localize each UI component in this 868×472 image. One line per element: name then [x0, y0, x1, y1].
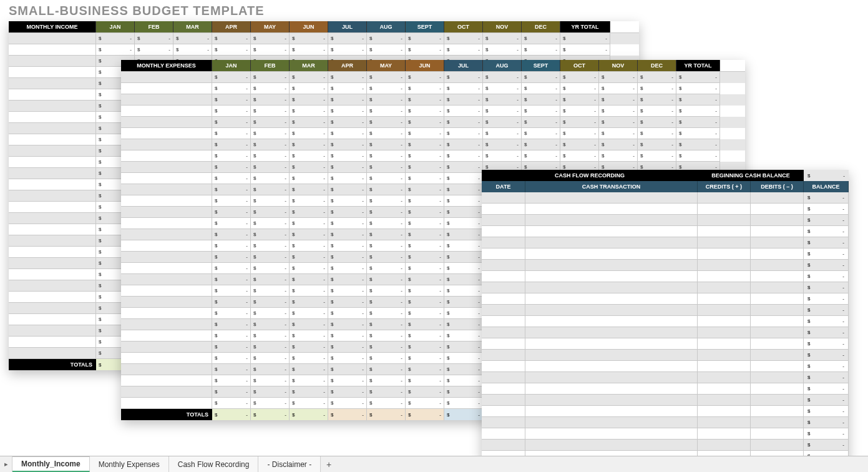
value-cell[interactable]: $-: [367, 342, 406, 353]
row-label-cell[interactable]: [9, 337, 96, 348]
row-label-cell[interactable]: [9, 179, 96, 190]
beginning-balance-value[interactable]: $-: [804, 170, 849, 181]
value-cell[interactable]: $-: [290, 319, 328, 330]
value-cell[interactable]: $-: [328, 398, 367, 409]
value-cell[interactable]: $-: [367, 386, 406, 398]
value-cell[interactable]: $-: [212, 342, 251, 353]
row-label-cell[interactable]: [9, 247, 96, 258]
value-cell[interactable]: $-: [367, 218, 406, 229]
value-cell[interactable]: $-: [251, 162, 290, 173]
row-label-cell[interactable]: [121, 72, 212, 83]
value-cell[interactable]: $-: [328, 308, 367, 319]
value-cell[interactable]: $-: [638, 128, 676, 139]
value-cell[interactable]: $-: [328, 285, 367, 297]
value-cell[interactable]: $-: [251, 274, 290, 285]
row-label-cell[interactable]: [121, 106, 212, 117]
trans-cell[interactable]: [525, 316, 698, 327]
row-label-cell[interactable]: [121, 128, 212, 139]
value-cell[interactable]: $-: [290, 33, 328, 44]
row-label-cell[interactable]: [9, 101, 96, 112]
value-cell[interactable]: $-: [638, 150, 676, 162]
value-cell[interactable]: $-: [328, 218, 367, 229]
value-cell[interactable]: $-: [328, 106, 367, 117]
value-cell[interactable]: $-: [367, 319, 406, 330]
value-cell[interactable]: $-: [328, 364, 367, 375]
value-cell[interactable]: $-: [522, 128, 560, 139]
value-cell[interactable]: $-: [251, 173, 290, 184]
tab-cash-flow[interactable]: Cash Flow Recording: [169, 456, 259, 472]
value-cell[interactable]: $-: [328, 330, 367, 342]
value-cell[interactable]: $-: [212, 128, 251, 139]
value-cell[interactable]: $-: [444, 353, 483, 364]
value-cell[interactable]: $-: [212, 308, 251, 319]
tab-monthly-income[interactable]: Monthly_Income: [12, 456, 90, 472]
value-cell[interactable]: $-: [328, 150, 367, 162]
value-cell[interactable]: $-: [290, 173, 328, 184]
row-label-cell[interactable]: [121, 375, 212, 386]
credits-cell[interactable]: [698, 417, 751, 428]
row-label-cell[interactable]: [121, 150, 212, 162]
value-cell[interactable]: $-: [328, 195, 367, 207]
value-cell[interactable]: $-: [406, 94, 444, 106]
row-label-cell[interactable]: [121, 139, 212, 150]
value-cell[interactable]: $-: [522, 150, 560, 162]
value-cell[interactable]: $-: [290, 285, 328, 297]
value-cell[interactable]: $-: [290, 252, 328, 263]
value-cell[interactable]: $-: [290, 375, 328, 386]
value-cell[interactable]: $-: [328, 83, 367, 94]
value-cell[interactable]: $-: [328, 117, 367, 128]
value-cell[interactable]: $-: [367, 398, 406, 409]
value-cell[interactable]: $-: [367, 173, 406, 184]
value-cell[interactable]: $-: [328, 252, 367, 263]
value-cell[interactable]: $-: [251, 375, 290, 386]
value-cell[interactable]: $-: [599, 117, 638, 128]
value-cell[interactable]: $-: [290, 218, 328, 229]
value-cell[interactable]: $-: [406, 240, 444, 252]
value-cell[interactable]: $-: [522, 94, 560, 106]
value-cell[interactable]: $-: [638, 106, 676, 117]
value-cell[interactable]: $-: [599, 94, 638, 106]
value-cell[interactable]: $-: [444, 139, 483, 150]
value-cell[interactable]: $-: [444, 263, 483, 274]
value-cell[interactable]: $-: [406, 364, 444, 375]
date-cell[interactable]: [482, 237, 525, 248]
value-cell[interactable]: $-: [367, 330, 406, 342]
value-cell[interactable]: $-: [290, 386, 328, 398]
value-cell[interactable]: $-: [290, 342, 328, 353]
row-label-cell[interactable]: [121, 263, 212, 274]
value-cell[interactable]: $-: [290, 263, 328, 274]
value-cell[interactable]: $-: [328, 229, 367, 240]
value-cell[interactable]: $-: [251, 94, 290, 106]
value-cell[interactable]: $-: [444, 364, 483, 375]
date-cell[interactable]: [482, 428, 525, 440]
value-cell[interactable]: $-: [212, 173, 251, 184]
value-cell[interactable]: $-: [96, 44, 135, 56]
row-label-cell[interactable]: [9, 269, 96, 280]
credits-cell[interactable]: [698, 305, 751, 316]
credits-cell[interactable]: [698, 406, 751, 417]
trans-cell[interactable]: [525, 293, 698, 305]
row-label-cell[interactable]: [9, 78, 96, 89]
value-cell[interactable]: $-: [406, 342, 444, 353]
value-cell[interactable]: $-: [444, 44, 483, 56]
credits-cell[interactable]: [698, 395, 751, 406]
value-cell[interactable]: $-: [367, 44, 406, 56]
row-label-cell[interactable]: [9, 145, 96, 157]
trans-cell[interactable]: [525, 417, 698, 428]
value-cell[interactable]: $-: [328, 173, 367, 184]
row-label-cell[interactable]: [9, 280, 96, 292]
trans-cell[interactable]: [525, 282, 698, 293]
row-label-cell[interactable]: [121, 195, 212, 207]
trans-cell[interactable]: [525, 372, 698, 383]
trans-cell[interactable]: [525, 305, 698, 316]
value-cell[interactable]: $-: [599, 72, 638, 83]
value-cell[interactable]: $-: [212, 94, 251, 106]
value-cell[interactable]: $-: [212, 162, 251, 173]
value-cell[interactable]: $-: [367, 139, 406, 150]
value-cell[interactable]: $-: [406, 229, 444, 240]
value-cell[interactable]: $-: [522, 72, 560, 83]
value-cell[interactable]: $-: [290, 364, 328, 375]
date-cell[interactable]: [482, 271, 525, 282]
value-cell[interactable]: $-: [406, 218, 444, 229]
value-cell[interactable]: $-: [367, 252, 406, 263]
